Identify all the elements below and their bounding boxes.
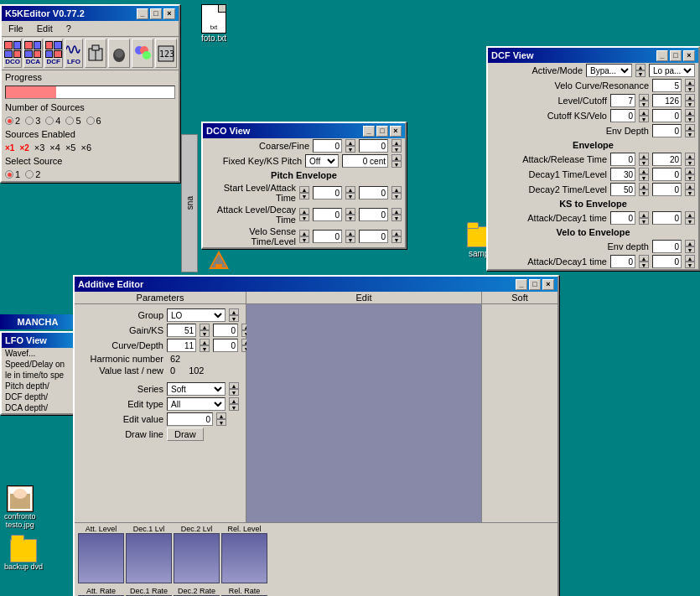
dco-ks-up[interactable]: ▲	[391, 154, 402, 161]
dco-ks-down[interactable]: ▼	[391, 161, 402, 168]
backup-folder-icon[interactable]: backup dvd	[4, 539, 43, 571]
dcf-minimize[interactable]: _	[656, 50, 668, 61]
radio-item-5[interactable]: 5	[65, 116, 80, 126]
dcf-cutoff-down[interactable]: ▼	[685, 101, 695, 107]
select-dot-1[interactable]	[5, 170, 13, 179]
dco-ks-pitch-input[interactable]	[342, 154, 388, 168]
dco-attack-down[interactable]: ▼	[391, 193, 402, 200]
mancha-button[interactable]: MANCHA	[0, 314, 75, 329]
dca-icon-btn[interactable]: DCA	[23, 39, 42, 68]
dco-al-down[interactable]: ▼	[299, 215, 309, 221]
dcf-decay1-level-input[interactable]	[652, 168, 682, 181]
dcf-attack-down[interactable]: ▼	[639, 159, 649, 166]
dcf-attack-input[interactable]	[610, 153, 635, 166]
dcf-ks-a2-down[interactable]: ▼	[685, 218, 695, 225]
dcf-decay2-up[interactable]: ▲	[639, 183, 649, 189]
additive-close[interactable]: ×	[542, 279, 554, 290]
curve-down[interactable]: ▼	[200, 345, 210, 352]
radio-dot-2[interactable]	[5, 117, 13, 125]
confronto-icon[interactable]: confrontotesto.jpg	[4, 485, 36, 529]
additive-titlebar[interactable]: Additive Editor _ □ ×	[75, 277, 557, 292]
dco-coarse-up[interactable]: ▲	[345, 139, 355, 146]
tool-icon-6[interactable]	[108, 39, 130, 68]
dcf-ved-down[interactable]: ▼	[685, 246, 695, 253]
dcf-velo-input[interactable]	[652, 79, 682, 92]
dco-start-level-input[interactable]	[313, 186, 342, 200]
dco-al-up[interactable]: ▲	[299, 208, 309, 215]
dco-coarse-down[interactable]: ▼	[345, 146, 355, 153]
gain-down[interactable]: ▼	[200, 330, 210, 337]
dco-velo-level-input[interactable]	[359, 230, 388, 243]
series-up[interactable]: ▲	[229, 382, 239, 389]
draw-button[interactable]: Draw	[167, 428, 204, 441]
edit-type-up[interactable]: ▲	[229, 397, 239, 404]
dco-attack-level-input[interactable]	[313, 208, 342, 221]
dcf-decay1-up[interactable]: ▲	[639, 168, 649, 174]
dcf-decay1-input[interactable]	[610, 168, 635, 181]
dcf-env-depth-down[interactable]: ▼	[685, 131, 695, 137]
dcf-velo-attack2-input[interactable]	[652, 255, 682, 268]
lfo-icon-btn[interactable]: LFO	[65, 39, 83, 68]
dcf-env-depth-up[interactable]: ▲	[685, 124, 695, 131]
dcf-cutoff-ks-input[interactable]	[610, 109, 635, 122]
dcf-ved-up[interactable]: ▲	[685, 240, 695, 246]
edit-type-select[interactable]: All	[167, 397, 226, 411]
dcf-ks-attack-down[interactable]: ▼	[639, 218, 649, 225]
dcf-va-down[interactable]: ▼	[639, 262, 649, 268]
dcf-va-up[interactable]: ▲	[639, 255, 649, 262]
additive-minimize[interactable]: _	[516, 279, 527, 290]
radio-item-6[interactable]: 6	[86, 116, 101, 126]
dco-close[interactable]: ×	[390, 126, 402, 137]
gain-ks-input[interactable]	[213, 324, 238, 337]
dcf-decay2-input[interactable]	[610, 183, 635, 196]
group-down[interactable]: ▼	[229, 315, 239, 322]
dco-decay-up[interactable]: ▲	[391, 208, 402, 215]
tool-icon-5[interactable]	[85, 39, 106, 68]
dcf-cutoff-input[interactable]	[652, 94, 682, 107]
radio-item-2[interactable]: 2	[5, 116, 20, 126]
dcf-active-up[interactable]: ▲	[635, 64, 646, 70]
dcf-level-input[interactable]	[610, 94, 635, 107]
dcf-titlebar[interactable]: DCF View _ □ ×	[488, 48, 698, 63]
minimize-button[interactable]: _	[137, 8, 148, 19]
dco-fine-down[interactable]: ▼	[391, 146, 402, 153]
dcf-va2-down[interactable]: ▼	[685, 262, 695, 268]
radio-dot-3[interactable]	[25, 117, 34, 125]
curve-up[interactable]: ▲	[200, 339, 210, 345]
radio-item-4[interactable]: 4	[45, 116, 60, 126]
dcf-mode-select[interactable]: Lo pa...	[649, 64, 695, 77]
dcf-release-up[interactable]: ▲	[685, 153, 695, 159]
radio-item-3[interactable]: 3	[25, 116, 40, 126]
dcf-release-input[interactable]	[652, 153, 682, 166]
dco-start-down[interactable]: ▼	[299, 193, 309, 200]
dcf-va2-up[interactable]: ▲	[685, 255, 695, 262]
dcf-velo-attack-input[interactable]	[610, 255, 635, 268]
edit-value-input[interactable]	[167, 412, 213, 426]
select-source-1[interactable]: 1	[5, 169, 20, 179]
dcf-decay2-level-input[interactable]	[652, 183, 682, 196]
dcf-cutoff-velo-input[interactable]	[652, 109, 682, 122]
dco-fine-input[interactable]	[359, 139, 388, 153]
dcf-env-depth-input[interactable]	[652, 124, 682, 137]
group-select[interactable]: LO	[167, 308, 226, 322]
dco-velo-level-up[interactable]: ▲	[345, 230, 355, 236]
dcf-level-up[interactable]: ▲	[639, 94, 649, 101]
dcf-velo-down[interactable]: ▼	[685, 86, 695, 92]
menu-file[interactable]: File	[5, 23, 27, 34]
dco-velo-down[interactable]: ▼	[299, 236, 309, 243]
edit-type-down[interactable]: ▼	[229, 404, 239, 411]
dco-al-decay-down[interactable]: ▼	[345, 215, 355, 221]
series-down[interactable]: ▼	[229, 389, 239, 396]
dco-start-up[interactable]: ▲	[299, 186, 309, 193]
dco-titlebar[interactable]: DCO View _ □ ×	[203, 123, 405, 138]
dcf-cutoff-up[interactable]: ▲	[685, 94, 695, 101]
dco-icon-btn[interactable]: DCO	[3, 39, 22, 68]
dcf-d2l-up[interactable]: ▲	[685, 183, 695, 189]
radio-dot-4[interactable]	[45, 117, 54, 125]
dcf-velo-up[interactable]: ▲	[685, 79, 695, 86]
dcf-cutoff-ks-down[interactable]: ▼	[639, 116, 649, 122]
dcf-decay1-down[interactable]: ▼	[639, 174, 649, 181]
select-dot-2[interactable]	[25, 170, 34, 179]
dco-velo-sense-input[interactable]	[313, 230, 342, 243]
dcf-decay2-down[interactable]: ▼	[639, 189, 649, 196]
